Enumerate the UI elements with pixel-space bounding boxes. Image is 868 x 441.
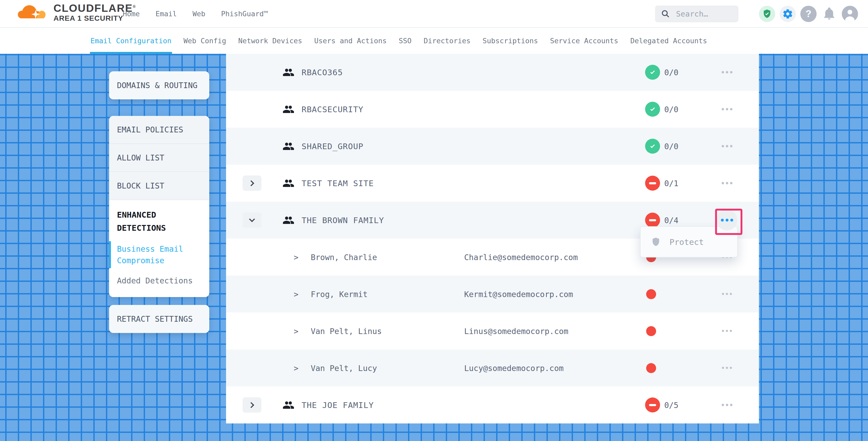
- notifications-bell-icon[interactable]: [821, 6, 837, 22]
- member-name: Brown, Charlie: [311, 252, 377, 262]
- check-icon: [648, 142, 657, 151]
- chevron-icon: [248, 180, 254, 186]
- protected-count: 0/0: [664, 105, 678, 114]
- minus-icon: [649, 219, 656, 221]
- protection-shield-check-icon[interactable]: [759, 6, 775, 22]
- top-nav-item[interactable]: Web: [192, 10, 205, 18]
- row-actions-button[interactable]: [716, 135, 737, 157]
- groups-table: RBACO365 0/0 RBACSECURITY 0/0: [226, 54, 759, 423]
- protected-count: 0/1: [664, 179, 678, 188]
- group-people-icon: [282, 140, 294, 153]
- check-icon: [648, 68, 657, 77]
- config-subnav: Email ConfigurationWeb ConfigNetwork Dev…: [0, 28, 868, 54]
- settings-gear-icon[interactable]: [780, 6, 796, 22]
- group-people-icon: [282, 66, 294, 78]
- sidebar-item-label: RETRACT SETTINGS: [117, 314, 193, 323]
- member-chevron-icon[interactable]: >: [294, 364, 299, 373]
- group-row: THE JOE FAMILY 0/5: [226, 386, 759, 423]
- protected-count: 0/0: [664, 141, 678, 151]
- group-people-icon: [282, 399, 294, 411]
- unprotected-dot-icon: [646, 326, 656, 336]
- top-nav-item[interactable]: PhishGuard™: [221, 10, 268, 18]
- subnav-tab[interactable]: Web Config: [184, 28, 226, 54]
- account-avatar-icon[interactable]: [842, 6, 858, 22]
- group-name: TEST TEAM SITE: [302, 179, 374, 188]
- unprotected-dot-icon: [646, 363, 656, 373]
- protection-status-icon: [645, 102, 660, 117]
- expand-toggle-button[interactable]: [243, 212, 261, 228]
- cloudflare-logo[interactable]: CLOUDFLARE® AREA 1 SECURITY: [15, 2, 136, 24]
- sidebar-item-label: ALLOW LIST: [117, 153, 164, 162]
- protected-count: 0/5: [664, 400, 678, 410]
- help-question-icon[interactable]: ?: [800, 6, 816, 22]
- sidebar-section-title[interactable]: ENHANCED DETECTIONS: [117, 209, 202, 234]
- chevron-icon: [249, 216, 255, 222]
- sidebar-item-label: BLOCK LIST: [117, 181, 164, 190]
- sidebar-link-added-detections[interactable]: Added Detections: [117, 275, 202, 287]
- protection-status-icon: [645, 65, 660, 80]
- row-actions-button[interactable]: [716, 283, 737, 305]
- subnav-tab[interactable]: Subscriptions: [483, 28, 538, 54]
- row-actions-button[interactable]: [716, 210, 737, 230]
- row-actions-button[interactable]: [716, 99, 737, 120]
- member-name: Van Pelt, Linus: [311, 326, 382, 336]
- sidebar-item-block-list[interactable]: BLOCK LIST: [109, 172, 209, 200]
- subnav-tab[interactable]: Service Accounts: [550, 28, 618, 54]
- row-actions-button[interactable]: [716, 172, 737, 193]
- search-icon: [661, 9, 670, 19]
- menu-item-protect[interactable]: Protect: [670, 237, 704, 247]
- protection-status-icon: [645, 398, 660, 412]
- group-people-icon: [282, 214, 294, 226]
- member-email: Lucy@somedemocorp.com: [464, 364, 563, 373]
- logo-brand: CLOUDFLARE: [54, 2, 133, 14]
- sidebar-link-business-email-compromise[interactable]: Business Email Compromise: [117, 243, 202, 266]
- group-row: RBACSECURITY 0/0: [226, 91, 759, 128]
- subnav-tab[interactable]: Email Configuration: [90, 28, 172, 54]
- member-email: Linus@somedemocorp.com: [464, 326, 568, 336]
- group-people-icon: [282, 177, 294, 190]
- sidebar-section-enhanced-detections: ENHANCED DETECTIONS Business Email Compr…: [109, 200, 209, 297]
- row-actions-button[interactable]: [716, 320, 737, 341]
- group-name: THE JOE FAMILY: [302, 400, 374, 410]
- member-chevron-icon[interactable]: >: [294, 252, 299, 262]
- subnav-tab[interactable]: Users and Actions: [314, 28, 386, 54]
- protected-count: 0/4: [664, 216, 678, 225]
- sidebar-policies-card: EMAIL POLICIES ALLOW LIST BLOCK LIST ENH…: [109, 116, 209, 297]
- expand-toggle-button[interactable]: [243, 176, 261, 191]
- sidebar-item-label: DOMAINS & ROUTING: [117, 81, 197, 90]
- header-icon-buttons: ?: [759, 6, 858, 22]
- row-actions-button[interactable]: [716, 357, 737, 378]
- top-nav-item[interactable]: Email: [156, 10, 177, 18]
- expand-toggle-button[interactable]: [243, 397, 261, 413]
- protected-count: 0/0: [664, 68, 678, 77]
- member-email: Charlie@somedemocorp.com: [464, 252, 578, 262]
- sidebar-item-retract-settings[interactable]: RETRACT SETTINGS: [109, 305, 209, 333]
- minus-icon: [649, 404, 656, 406]
- subnav-tab[interactable]: SSO: [399, 28, 412, 54]
- member-row: > Van Pelt, Linus Linus@somedemocorp.com: [226, 313, 759, 349]
- member-name: Frog, Kermit: [311, 289, 368, 298]
- subnav-tab[interactable]: Delegated Accounts: [630, 28, 707, 54]
- subnav-tab[interactable]: Network Devices: [238, 28, 302, 54]
- sidebar-item-domains-routing[interactable]: DOMAINS & ROUTING: [109, 71, 209, 99]
- row-actions-button[interactable]: [716, 62, 737, 83]
- sidebar-item-email-policies[interactable]: EMAIL POLICIES: [109, 116, 209, 144]
- group-name: THE BROWN FAMILY: [302, 216, 384, 225]
- sidebar-item-allow-list[interactable]: ALLOW LIST: [109, 144, 209, 172]
- row-actions-button[interactable]: [716, 394, 737, 415]
- member-chevron-icon[interactable]: >: [294, 326, 299, 336]
- protection-status-icon: [645, 213, 660, 228]
- subnav-tab[interactable]: Directories: [424, 28, 470, 54]
- search-input[interactable]: [676, 9, 734, 18]
- group-name: RBACSECURITY: [302, 105, 364, 114]
- area1-security-app: { "header": { "logo": { "brand": "CLOUDF…: [0, 0, 868, 441]
- search-box[interactable]: [655, 5, 739, 22]
- member-row: > Van Pelt, Lucy Lucy@somedemocorp.com: [226, 349, 759, 386]
- member-email: Kermit@somedemocorp.com: [464, 289, 573, 298]
- shield-icon: [651, 237, 661, 247]
- member-name: Van Pelt, Lucy: [311, 364, 377, 373]
- group-people-icon: [282, 103, 294, 116]
- cloudflare-cloud-icon: [15, 2, 49, 24]
- top-nav-item[interactable]: Home: [123, 10, 140, 18]
- member-chevron-icon[interactable]: >: [294, 289, 299, 298]
